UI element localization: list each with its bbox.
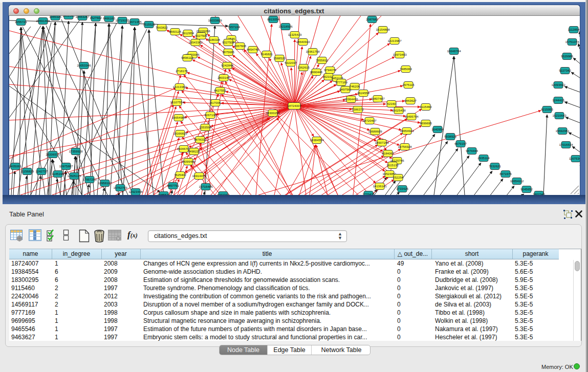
svg-text:7485063: 7485063 <box>400 67 412 71</box>
svg-text:1640954: 1640954 <box>431 127 444 131</box>
svg-text:19166829: 19166829 <box>173 132 187 135</box>
svg-text:7663822: 7663822 <box>156 26 168 29</box>
svg-text:17957253: 17957253 <box>82 178 97 181</box>
svg-text:10973493: 10973493 <box>393 53 407 56</box>
svg-text:9184067: 9184067 <box>382 151 394 155</box>
svg-text:18640910: 18640910 <box>296 40 310 43</box>
svg-text:8186328: 8186328 <box>208 38 220 41</box>
svg-text:16210643: 16210643 <box>552 114 567 117</box>
svg-text:1435061: 1435061 <box>9 164 21 168</box>
svg-text:1242737: 1242737 <box>35 169 48 173</box>
svg-text:15692951: 15692951 <box>555 129 570 133</box>
svg-text:16671355: 16671355 <box>127 20 142 24</box>
svg-text:10958107: 10958107 <box>98 181 112 185</box>
svg-text:9245652: 9245652 <box>520 187 533 191</box>
svg-text:8878332: 8878332 <box>194 138 206 141</box>
svg-text:10025438: 10025438 <box>391 108 406 112</box>
svg-text:2367608: 2367608 <box>234 44 246 48</box>
svg-text:7357224: 7357224 <box>228 25 240 29</box>
svg-text:9794078: 9794078 <box>324 68 336 72</box>
svg-text:8454749: 8454749 <box>247 48 259 51</box>
svg-text:9463546: 9463546 <box>62 16 75 17</box>
svg-text:9857791: 9857791 <box>167 184 179 187</box>
svg-text:16914479: 16914479 <box>192 174 206 178</box>
svg-text:15751074: 15751074 <box>565 40 579 43</box>
svg-text:18724007: 18724007 <box>287 104 301 107</box>
svg-text:5938923: 5938923 <box>444 135 456 138</box>
svg-text:10688609: 10688609 <box>368 129 382 133</box>
svg-text:11325419: 11325419 <box>288 33 302 36</box>
svg-text:1145194: 1145194 <box>52 172 64 176</box>
svg-text:9327505: 9327505 <box>195 34 207 37</box>
svg-text:1527602: 1527602 <box>90 16 102 19</box>
svg-text:8471676: 8471676 <box>499 172 512 176</box>
svg-text:1244415: 1244415 <box>552 98 564 102</box>
svg-text:10654112: 10654112 <box>510 179 524 183</box>
svg-text:2718176: 2718176 <box>176 69 188 73</box>
svg-text:23226058: 23226058 <box>196 29 210 33</box>
svg-text:10653267: 10653267 <box>75 16 90 18</box>
svg-text:1362615: 1362615 <box>297 65 310 69</box>
svg-text:19756928: 19756928 <box>398 145 412 148</box>
svg-text:2975115: 2975115 <box>402 83 415 86</box>
svg-text:19218506: 19218506 <box>278 25 293 28</box>
svg-text:10975887: 10975887 <box>59 164 73 168</box>
svg-text:1065326: 1065326 <box>49 16 61 18</box>
svg-text:15716485: 15716485 <box>199 185 213 188</box>
svg-text:8990448: 8990448 <box>310 70 322 74</box>
svg-text:18300295: 18300295 <box>266 111 280 115</box>
svg-text:746206: 746206 <box>350 84 360 88</box>
svg-text:6679197: 6679197 <box>454 142 467 145</box>
svg-text:20206576: 20206576 <box>46 152 60 156</box>
svg-text:5322037: 5322037 <box>285 61 297 64</box>
svg-text:9896112: 9896112 <box>181 56 193 59</box>
svg-text:7625402: 7625402 <box>174 173 186 177</box>
svg-text:16543362: 16543362 <box>188 40 203 44</box>
svg-text:3624554: 3624554 <box>357 91 369 95</box>
svg-text:9777169: 9777169 <box>335 80 347 84</box>
svg-text:19654923: 19654923 <box>400 129 414 133</box>
svg-text:16033809: 16033809 <box>208 18 222 22</box>
svg-text:16120746: 16120746 <box>390 159 404 162</box>
svg-text:1733426: 1733426 <box>396 187 408 190</box>
svg-text:3912954: 3912954 <box>182 31 194 35</box>
svg-text:9327508: 9327508 <box>222 40 234 44</box>
svg-text:20364436: 20364436 <box>344 97 358 101</box>
svg-text:17016534: 17016534 <box>559 143 573 146</box>
svg-text:62160: 62160 <box>387 102 397 105</box>
svg-text:6466160: 6466160 <box>103 16 115 20</box>
svg-text:8660124: 8660124 <box>169 30 181 33</box>
svg-text:16648784: 16648784 <box>447 49 461 53</box>
svg-text:20053346: 20053346 <box>77 63 91 67</box>
svg-text:417006: 417006 <box>210 101 221 104</box>
svg-text:10807487: 10807487 <box>371 97 385 100</box>
svg-text:14136141: 14136141 <box>373 184 387 188</box>
svg-text:2087682: 2087682 <box>366 17 378 21</box>
svg-text:9474444: 9474444 <box>466 149 478 152</box>
svg-text:1353594: 1353594 <box>199 125 211 129</box>
svg-text:14099489: 14099489 <box>181 160 195 163</box>
svg-text:1112854: 1112854 <box>568 28 580 31</box>
svg-text:1615132: 1615132 <box>386 163 399 167</box>
svg-text:20691406: 20691406 <box>36 19 50 23</box>
svg-text:7515526: 7515526 <box>143 23 155 26</box>
svg-text:16495794: 16495794 <box>404 115 419 118</box>
svg-text:7955812: 7955812 <box>316 58 328 62</box>
svg-text:12093822: 12093822 <box>551 83 565 86</box>
svg-text:3875685: 3875685 <box>222 50 234 54</box>
svg-text:9227342: 9227342 <box>559 69 571 72</box>
svg-text:17359928: 17359928 <box>69 149 83 153</box>
svg-text:9242848: 9242848 <box>221 63 233 67</box>
svg-text:16961758: 16961758 <box>306 50 320 53</box>
svg-text:12213967: 12213967 <box>387 39 402 42</box>
svg-text:252254: 252254 <box>393 176 404 179</box>
svg-text:11675342: 11675342 <box>569 157 580 160</box>
svg-text:9463627: 9463627 <box>404 99 417 102</box>
svg-text:8427552: 8427552 <box>214 89 226 92</box>
svg-text:5498222: 5498222 <box>188 149 200 153</box>
svg-text:8215955: 8215955 <box>541 107 553 111</box>
svg-text:12923448: 12923448 <box>128 190 143 193</box>
svg-text:2055721: 2055721 <box>15 20 27 24</box>
svg-text:18720407: 18720407 <box>362 119 377 122</box>
svg-text:12505135: 12505135 <box>67 174 81 178</box>
